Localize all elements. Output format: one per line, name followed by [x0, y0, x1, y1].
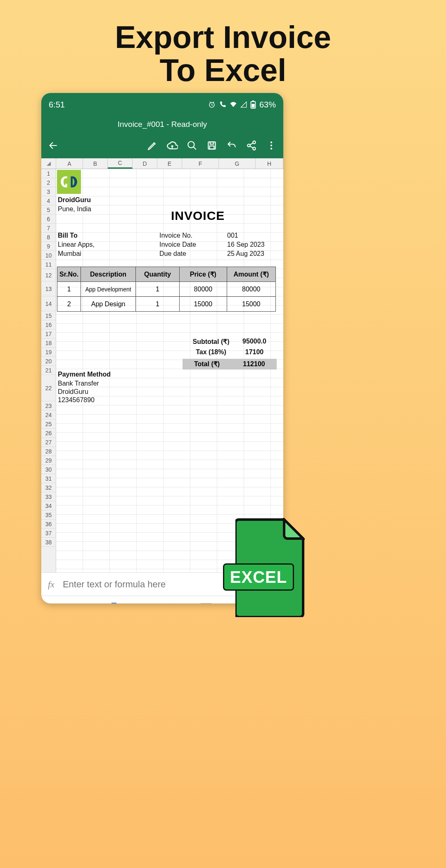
- row-34[interactable]: 34: [41, 501, 56, 510]
- reading-view-icon[interactable]: [80, 601, 94, 604]
- cell-invdate-label: Invoice Date: [159, 241, 196, 248]
- row-38[interactable]: 38: [41, 538, 56, 547]
- col-B[interactable]: B: [83, 158, 108, 169]
- fill-color-icon[interactable]: [169, 601, 183, 604]
- cell-grid[interactable]: DroidGuru Pune, India INVOICE Bill To Li…: [56, 169, 283, 572]
- row-6[interactable]: 6: [41, 215, 56, 224]
- more-icon[interactable]: [265, 139, 278, 152]
- cell-tax: 17100: [234, 348, 275, 356]
- svg-point-9: [247, 144, 250, 147]
- row-5[interactable]: 5: [41, 205, 56, 215]
- cell-payment-label: Payment Method: [58, 371, 111, 378]
- cell-billto-city: Mumbai: [58, 250, 81, 258]
- row-11[interactable]: 11: [41, 260, 56, 269]
- row-36[interactable]: 36: [41, 520, 56, 529]
- save-icon[interactable]: [206, 139, 218, 152]
- row-18[interactable]: 18: [41, 339, 56, 348]
- row-13[interactable]: 13: [41, 281, 56, 296]
- cell-invno: 001: [227, 232, 238, 239]
- table-row: 1 App Development 1 80000 80000: [57, 282, 276, 297]
- phone-icon: [219, 101, 226, 108]
- edit-icon[interactable]: [146, 139, 159, 152]
- row-2[interactable]: 2: [41, 178, 56, 187]
- row-14[interactable]: 14: [41, 296, 56, 311]
- row-22[interactable]: 22: [41, 375, 56, 401]
- total-row: Total (₹) 112100: [183, 359, 277, 370]
- col-E[interactable]: E: [157, 158, 182, 169]
- row-9[interactable]: 9: [41, 242, 56, 251]
- row-3[interactable]: 3: [41, 187, 56, 196]
- row-25[interactable]: 25: [41, 420, 56, 429]
- spreadsheet[interactable]: A B C D E F G H 123456789101112131415161…: [41, 158, 283, 572]
- sheet-view-icon[interactable]: [50, 601, 64, 604]
- row-4[interactable]: 4: [41, 196, 56, 205]
- row-27[interactable]: 27: [41, 438, 56, 447]
- cell-company-loc: Pune, India: [58, 205, 91, 213]
- row-33[interactable]: 33: [41, 492, 56, 501]
- filter-icon[interactable]: [140, 601, 154, 604]
- row-1[interactable]: 1: [41, 169, 56, 178]
- cell-billto-name: Linear Apps,: [58, 241, 95, 248]
- col-G[interactable]: G: [219, 158, 256, 169]
- th-qty: Quantity: [135, 267, 179, 282]
- fx-icon: fx: [48, 579, 55, 590]
- col-F[interactable]: F: [182, 158, 219, 169]
- select-all-corner[interactable]: [41, 158, 56, 169]
- excel-badge: EXCEL: [223, 518, 306, 630]
- column-headers[interactable]: A B C D E F G H: [41, 158, 283, 169]
- battery-text: 63%: [259, 100, 276, 110]
- table-icon[interactable]: [199, 601, 213, 604]
- cell-subtotal: 95000.0: [234, 338, 275, 345]
- share-icon[interactable]: [245, 139, 258, 152]
- col-C[interactable]: C: [108, 158, 133, 169]
- wifi-icon: [230, 101, 237, 108]
- row-headers[interactable]: 1234567891011121314151617181920212223242…: [41, 169, 56, 572]
- top-toolbar: [41, 133, 283, 158]
- row-15[interactable]: 15: [41, 311, 56, 320]
- col-A[interactable]: A: [56, 158, 83, 169]
- excel-badge-label: EXCEL: [223, 563, 294, 591]
- row-26[interactable]: 26: [41, 429, 56, 438]
- row-10[interactable]: 10: [41, 251, 56, 260]
- cell-company-name: DroidGuru: [58, 196, 91, 204]
- row-31[interactable]: 31: [41, 474, 56, 483]
- promo-headline: Export Invoice To Excel: [0, 0, 446, 87]
- row-30[interactable]: 30: [41, 465, 56, 474]
- row-8[interactable]: 8: [41, 233, 56, 242]
- search-icon[interactable]: [186, 139, 198, 152]
- row-23[interactable]: 23: [41, 401, 56, 410]
- svg-rect-7: [210, 146, 214, 149]
- cell-payment-payee: DroidGuru: [58, 388, 88, 396]
- row-20[interactable]: 20: [41, 357, 56, 366]
- status-bar: 6:51 63%: [41, 93, 283, 116]
- svg-rect-18: [201, 603, 211, 604]
- row-32[interactable]: 32: [41, 483, 56, 492]
- row-17[interactable]: 17: [41, 329, 56, 339]
- row-19[interactable]: 19: [41, 348, 56, 357]
- back-icon[interactable]: [47, 139, 59, 152]
- cell-invno-label: Invoice No.: [159, 232, 192, 239]
- row-29[interactable]: 29: [41, 456, 56, 465]
- svg-point-4: [188, 141, 194, 148]
- cloud-upload-icon[interactable]: [166, 139, 178, 152]
- cell-due: 25 Aug 2023: [227, 250, 264, 258]
- row-21[interactable]: 21: [41, 366, 56, 375]
- row-7[interactable]: 7: [41, 224, 56, 233]
- svg-point-8: [253, 141, 256, 144]
- svg-rect-16: [112, 603, 116, 604]
- row-24[interactable]: 24: [41, 410, 56, 420]
- row-16[interactable]: 16: [41, 320, 56, 329]
- battery-icon: [250, 100, 256, 109]
- row-12[interactable]: 12: [41, 269, 56, 281]
- col-H[interactable]: H: [256, 158, 283, 169]
- cell-invoice-heading: INVOICE: [171, 209, 225, 223]
- undo-icon[interactable]: [225, 139, 238, 152]
- col-D[interactable]: D: [133, 158, 157, 169]
- th-desc: Description: [81, 267, 136, 282]
- svg-point-10: [253, 147, 256, 150]
- sort-icon[interactable]: [110, 601, 124, 604]
- row-35[interactable]: 35: [41, 510, 56, 520]
- row-37[interactable]: 37: [41, 529, 56, 538]
- row-28[interactable]: 28: [41, 447, 56, 456]
- doc-title: Invoice_#001 - Read-only: [41, 116, 283, 133]
